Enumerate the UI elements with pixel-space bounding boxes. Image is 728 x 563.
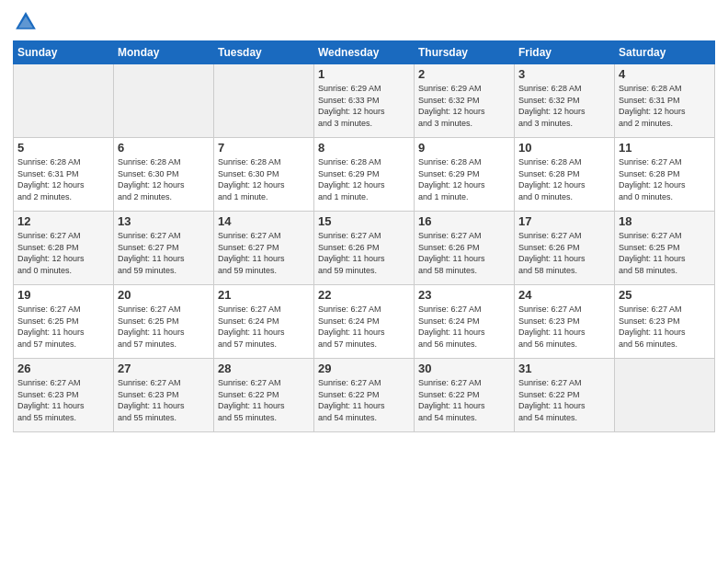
day-number: 3: [518, 67, 610, 81]
calendar-header-row: SundayMondayTuesdayWednesdayThursdayFrid…: [14, 41, 715, 64]
calendar-cell: 26Sunrise: 6:27 AM Sunset: 6:23 PM Dayli…: [14, 359, 114, 432]
day-info: Sunrise: 6:27 AM Sunset: 6:22 PM Dayligh…: [318, 377, 410, 423]
logo: [13, 9, 42, 35]
day-info: Sunrise: 6:27 AM Sunset: 6:24 PM Dayligh…: [418, 304, 510, 350]
calendar-cell: 25Sunrise: 6:27 AM Sunset: 6:23 PM Dayli…: [615, 285, 715, 359]
day-info: Sunrise: 6:28 AM Sunset: 6:31 PM Dayligh…: [17, 156, 109, 202]
calendar-cell: 19Sunrise: 6:27 AM Sunset: 6:25 PM Dayli…: [14, 285, 114, 359]
calendar-cell: 1Sunrise: 6:29 AM Sunset: 6:33 PM Daylig…: [314, 64, 415, 138]
calendar-cell: 20Sunrise: 6:27 AM Sunset: 6:25 PM Dayli…: [114, 285, 214, 359]
calendar-cell: 21Sunrise: 6:27 AM Sunset: 6:24 PM Dayli…: [214, 285, 314, 359]
day-number: 18: [619, 214, 711, 228]
calendar-cell: [615, 359, 715, 432]
logo-icon: [13, 9, 39, 35]
day-header-wednesday: Wednesday: [314, 41, 415, 64]
day-number: 27: [118, 362, 210, 375]
day-header-friday: Friday: [515, 41, 615, 64]
day-info: Sunrise: 6:27 AM Sunset: 6:25 PM Dayligh…: [619, 230, 711, 276]
day-info: Sunrise: 6:27 AM Sunset: 6:22 PM Dayligh…: [418, 377, 510, 423]
calendar-cell: 28Sunrise: 6:27 AM Sunset: 6:22 PM Dayli…: [214, 359, 314, 432]
calendar-cell: 16Sunrise: 6:27 AM Sunset: 6:26 PM Dayli…: [415, 212, 515, 285]
calendar-cell: 5Sunrise: 6:28 AM Sunset: 6:31 PM Daylig…: [14, 138, 114, 212]
day-info: Sunrise: 6:27 AM Sunset: 6:24 PM Dayligh…: [318, 304, 410, 350]
day-number: 28: [218, 362, 310, 375]
calendar-cell: 8Sunrise: 6:28 AM Sunset: 6:29 PM Daylig…: [314, 138, 415, 212]
day-number: 6: [118, 141, 210, 155]
day-header-monday: Monday: [114, 41, 214, 64]
day-info: Sunrise: 6:28 AM Sunset: 6:30 PM Dayligh…: [218, 156, 310, 202]
day-number: 10: [518, 141, 610, 155]
day-number: 5: [17, 141, 109, 155]
day-number: 7: [218, 141, 310, 155]
day-number: 23: [418, 288, 510, 302]
day-info: Sunrise: 6:27 AM Sunset: 6:27 PM Dayligh…: [218, 230, 310, 276]
day-info: Sunrise: 6:27 AM Sunset: 6:23 PM Dayligh…: [17, 377, 109, 423]
day-number: 12: [17, 214, 109, 228]
page-container: SundayMondayTuesdayWednesdayThursdayFrid…: [0, 0, 728, 442]
calendar-cell: [114, 64, 214, 138]
day-info: Sunrise: 6:27 AM Sunset: 6:28 PM Dayligh…: [17, 230, 109, 276]
calendar-cell: 10Sunrise: 6:28 AM Sunset: 6:28 PM Dayli…: [515, 138, 615, 212]
day-info: Sunrise: 6:28 AM Sunset: 6:29 PM Dayligh…: [418, 156, 510, 202]
day-info: Sunrise: 6:29 AM Sunset: 6:32 PM Dayligh…: [418, 83, 510, 129]
calendar-cell: 13Sunrise: 6:27 AM Sunset: 6:27 PM Dayli…: [114, 212, 214, 285]
day-number: 11: [619, 141, 711, 155]
day-number: 15: [318, 214, 410, 228]
day-info: Sunrise: 6:28 AM Sunset: 6:32 PM Dayligh…: [518, 83, 610, 129]
calendar-cell: 29Sunrise: 6:27 AM Sunset: 6:22 PM Dayli…: [314, 359, 415, 432]
day-info: Sunrise: 6:28 AM Sunset: 6:30 PM Dayligh…: [118, 156, 210, 202]
day-number: 21: [218, 288, 310, 302]
day-info: Sunrise: 6:27 AM Sunset: 6:26 PM Dayligh…: [318, 230, 410, 276]
day-number: 9: [418, 141, 510, 155]
day-number: 29: [318, 362, 410, 375]
day-number: 22: [318, 288, 410, 302]
day-number: 1: [318, 67, 410, 81]
day-info: Sunrise: 6:27 AM Sunset: 6:22 PM Dayligh…: [218, 377, 310, 423]
day-number: 24: [518, 288, 610, 302]
calendar-cell: 11Sunrise: 6:27 AM Sunset: 6:28 PM Dayli…: [615, 138, 715, 212]
calendar-cell: 24Sunrise: 6:27 AM Sunset: 6:23 PM Dayli…: [515, 285, 615, 359]
calendar-cell: [214, 64, 314, 138]
day-header-thursday: Thursday: [415, 41, 515, 64]
calendar-cell: 4Sunrise: 6:28 AM Sunset: 6:31 PM Daylig…: [615, 64, 715, 138]
day-info: Sunrise: 6:28 AM Sunset: 6:31 PM Dayligh…: [619, 83, 711, 129]
calendar-cell: 18Sunrise: 6:27 AM Sunset: 6:25 PM Dayli…: [615, 212, 715, 285]
calendar-cell: 3Sunrise: 6:28 AM Sunset: 6:32 PM Daylig…: [515, 64, 615, 138]
calendar-cell: [14, 64, 114, 138]
day-info: Sunrise: 6:27 AM Sunset: 6:28 PM Dayligh…: [619, 156, 711, 202]
calendar-cell: 17Sunrise: 6:27 AM Sunset: 6:26 PM Dayli…: [515, 212, 615, 285]
calendar-week-1: 1Sunrise: 6:29 AM Sunset: 6:33 PM Daylig…: [14, 64, 715, 138]
calendar-cell: 2Sunrise: 6:29 AM Sunset: 6:32 PM Daylig…: [415, 64, 515, 138]
calendar-cell: 12Sunrise: 6:27 AM Sunset: 6:28 PM Dayli…: [14, 212, 114, 285]
day-info: Sunrise: 6:27 AM Sunset: 6:23 PM Dayligh…: [118, 377, 210, 423]
day-number: 26: [17, 362, 109, 375]
day-info: Sunrise: 6:27 AM Sunset: 6:25 PM Dayligh…: [17, 304, 109, 350]
day-header-sunday: Sunday: [14, 41, 114, 64]
calendar-cell: 6Sunrise: 6:28 AM Sunset: 6:30 PM Daylig…: [114, 138, 214, 212]
calendar-cell: 23Sunrise: 6:27 AM Sunset: 6:24 PM Dayli…: [415, 285, 515, 359]
day-number: 13: [118, 214, 210, 228]
calendar-week-4: 19Sunrise: 6:27 AM Sunset: 6:25 PM Dayli…: [14, 285, 715, 359]
calendar-cell: 9Sunrise: 6:28 AM Sunset: 6:29 PM Daylig…: [415, 138, 515, 212]
calendar-cell: 15Sunrise: 6:27 AM Sunset: 6:26 PM Dayli…: [314, 212, 415, 285]
day-number: 8: [318, 141, 410, 155]
day-number: 19: [17, 288, 109, 302]
calendar-cell: 22Sunrise: 6:27 AM Sunset: 6:24 PM Dayli…: [314, 285, 415, 359]
day-info: Sunrise: 6:27 AM Sunset: 6:25 PM Dayligh…: [118, 304, 210, 350]
day-info: Sunrise: 6:27 AM Sunset: 6:23 PM Dayligh…: [518, 304, 610, 350]
day-info: Sunrise: 6:27 AM Sunset: 6:26 PM Dayligh…: [518, 230, 610, 276]
day-info: Sunrise: 6:28 AM Sunset: 6:28 PM Dayligh…: [518, 156, 610, 202]
day-header-tuesday: Tuesday: [214, 41, 314, 64]
day-info: Sunrise: 6:27 AM Sunset: 6:27 PM Dayligh…: [118, 230, 210, 276]
calendar-cell: 31Sunrise: 6:27 AM Sunset: 6:22 PM Dayli…: [515, 359, 615, 432]
day-info: Sunrise: 6:27 AM Sunset: 6:26 PM Dayligh…: [418, 230, 510, 276]
day-number: 17: [518, 214, 610, 228]
calendar-week-3: 12Sunrise: 6:27 AM Sunset: 6:28 PM Dayli…: [14, 212, 715, 285]
calendar-cell: 14Sunrise: 6:27 AM Sunset: 6:27 PM Dayli…: [214, 212, 314, 285]
day-number: 16: [418, 214, 510, 228]
day-number: 25: [619, 288, 711, 302]
day-number: 30: [418, 362, 510, 375]
day-number: 31: [518, 362, 610, 375]
day-info: Sunrise: 6:27 AM Sunset: 6:24 PM Dayligh…: [218, 304, 310, 350]
day-info: Sunrise: 6:27 AM Sunset: 6:22 PM Dayligh…: [518, 377, 610, 423]
